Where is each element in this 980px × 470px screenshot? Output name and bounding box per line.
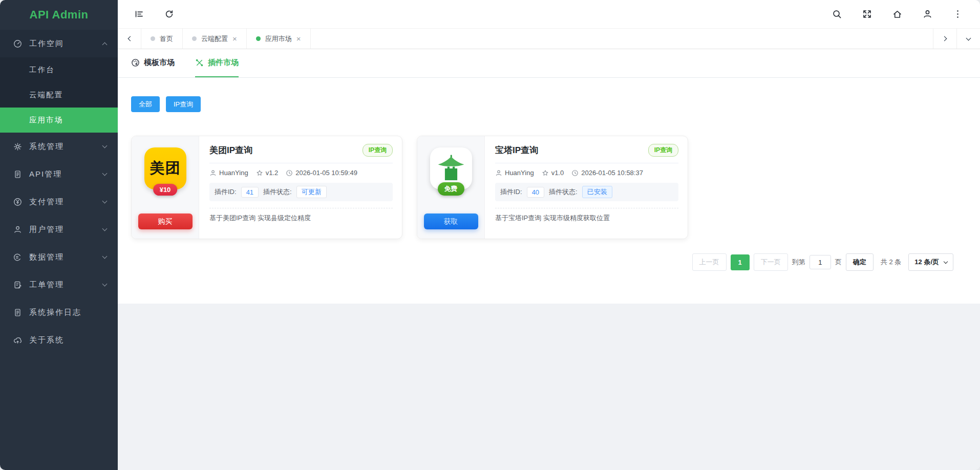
plugin-title: 美团IP查询 — [209, 144, 252, 156]
tab-cloud-config[interactable]: 云端配置 — [183, 29, 247, 49]
plugin-time: 2026-01-05 10:59:49 — [295, 169, 357, 177]
plugin-status-value: 已安装 — [582, 186, 612, 198]
sidebar-item-workspace[interactable]: 工作空间 — [0, 30, 118, 57]
sidebar-item-user-management[interactable]: 用户管理 — [0, 216, 118, 243]
sidebar-item-workbench[interactable]: 工作台 — [0, 57, 118, 82]
tabbar-spacer — [311, 29, 933, 49]
refresh-icon[interactable] — [164, 9, 174, 19]
sidebar-item-label: 工作空间 — [29, 39, 103, 49]
sidebar-item-system-management[interactable]: 系统管理 — [0, 133, 118, 160]
tab-plugin-market[interactable]: 插件市场 — [195, 49, 239, 77]
dashboard-icon — [13, 39, 22, 48]
sidebar-item-label: 云端配置 — [29, 90, 63, 100]
chevron-right-icon — [942, 36, 947, 41]
sidebar-item-workorder-management[interactable]: 工单管理 — [0, 271, 118, 298]
sidebar-item-payment-management[interactable]: 支付管理 — [0, 188, 118, 216]
category-tag: IP查询 — [363, 144, 393, 157]
plugin-info-row: 插件ID: 41 插件状态: 可更新 — [209, 183, 393, 201]
user-icon[interactable] — [923, 9, 932, 19]
tabs-menu-button[interactable] — [956, 29, 980, 49]
prev-page-button[interactable]: 上一页 — [692, 253, 727, 271]
plugin-id-value: 40 — [527, 187, 544, 198]
author-name: HuanYing — [219, 169, 248, 177]
sidebar-item-label: 工单管理 — [29, 280, 103, 290]
filter-ip-query-button[interactable]: IP查询 — [166, 96, 201, 112]
sidebar-item-about-system[interactable]: 关于系统 — [0, 326, 118, 354]
sidebar-item-label: 关于系统 — [29, 335, 106, 345]
app-window: API Admin 工作空间 工作台 云端配置 应用市场 系统 — [0, 0, 980, 470]
plugin-card-meituan: 美团 ¥10 购买 美团IP查询 IP查询 — [131, 136, 402, 239]
plugin-status-value: 可更新 — [296, 186, 327, 198]
home-icon[interactable] — [892, 9, 902, 19]
card-left-pane: 免费 获取 — [417, 136, 485, 239]
gear-icon — [13, 142, 22, 151]
tab-home[interactable]: 首页 — [141, 29, 183, 49]
tabs-scroll-left-button[interactable] — [118, 29, 141, 49]
chevron-down-icon — [944, 259, 948, 263]
market-tab-label: 模板市场 — [144, 58, 175, 68]
tab-label: 首页 — [160, 34, 173, 44]
meituan-app-icon: 美团 — [144, 147, 186, 189]
goto-suffix-label: 页 — [835, 258, 842, 267]
sidebar-item-label: 工作台 — [29, 65, 55, 75]
next-page-button[interactable]: 下一页 — [754, 253, 788, 271]
pagoda-glyph — [436, 154, 466, 183]
plugin-time: 2026-01-05 10:58:37 — [581, 169, 643, 177]
app-icon-wrap: 免费 — [430, 147, 472, 189]
dashed-divider — [209, 208, 393, 208]
plugin-version: v1.0 — [551, 169, 564, 177]
plugin-id-label: 插件ID: — [500, 187, 522, 197]
sidebar-item-data-management[interactable]: 数据管理 — [0, 243, 118, 271]
free-badge: 免费 — [438, 182, 464, 196]
sidebar-item-label: 数据管理 — [29, 252, 103, 262]
confirm-button[interactable]: 确定 — [846, 253, 874, 271]
buy-button[interactable]: 购买 — [138, 213, 193, 229]
close-icon[interactable] — [296, 35, 301, 42]
data-icon — [13, 253, 22, 262]
current-page-button[interactable]: 1 — [731, 254, 750, 270]
author-name: HuanYing — [505, 169, 534, 177]
get-button[interactable]: 获取 — [424, 213, 478, 229]
sidebar-item-system-log[interactable]: 系统操作日志 — [0, 298, 118, 326]
chevron-left-icon — [127, 36, 133, 41]
star-icon — [256, 169, 263, 177]
close-icon[interactable] — [232, 35, 237, 42]
plugin-status-label: 插件状态: — [549, 187, 578, 197]
plugin-meta: HuanYing v1.0 2026-01-05 10:58:37 — [495, 169, 678, 177]
filter-all-button[interactable]: 全部 — [131, 96, 160, 112]
chevron-up-icon — [102, 42, 108, 47]
plugin-id-value: 41 — [241, 187, 259, 198]
app-icon-wrap: 美团 ¥10 — [144, 147, 186, 189]
star-icon — [542, 169, 549, 177]
tabs-scroll-right-button[interactable] — [933, 29, 956, 49]
goto-page-input[interactable] — [809, 255, 831, 269]
collapse-menu-icon[interactable] — [134, 9, 144, 19]
plugin-cards-row: 美团 ¥10 购买 美团IP查询 IP查询 — [118, 112, 980, 239]
chevron-down-icon — [102, 143, 108, 148]
market-tab-label: 插件市场 — [208, 58, 239, 68]
workspace-submenu: 工作台 云端配置 应用市场 — [0, 57, 118, 133]
user-icon — [13, 225, 22, 234]
page-size-select[interactable]: 12 条/页 — [908, 253, 953, 271]
plugin-description: 基于美团IP查询 实现县级定位精度 — [209, 213, 393, 223]
top-header — [118, 0, 980, 29]
chevron-down-icon — [102, 199, 108, 204]
chevron-down-icon — [102, 254, 108, 259]
fullscreen-icon[interactable] — [862, 9, 872, 19]
tab-template-market[interactable]: 模板市场 — [131, 49, 175, 77]
category-filters: 全部 IP查询 — [118, 78, 980, 112]
tab-label: 应用市场 — [265, 34, 292, 44]
plugin-description: 基于宝塔IP查询 实现市级精度获取位置 — [495, 213, 678, 223]
more-icon[interactable] — [953, 9, 963, 19]
sidebar-item-label: 应用市场 — [29, 115, 63, 125]
sidebar-item-cloud-config[interactable]: 云端配置 — [0, 82, 118, 108]
sidebar-item-api-management[interactable]: API管理 — [0, 160, 118, 188]
tab-active-dot-icon — [256, 36, 261, 41]
plugin-icon — [195, 58, 204, 67]
payment-icon — [13, 198, 22, 206]
sidebar-item-app-market[interactable]: 应用市场 — [0, 108, 118, 133]
chevron-down-icon — [966, 35, 971, 40]
search-icon[interactable] — [832, 9, 842, 19]
tab-app-market[interactable]: 应用市场 — [247, 29, 311, 49]
header-left-icons — [134, 9, 174, 19]
